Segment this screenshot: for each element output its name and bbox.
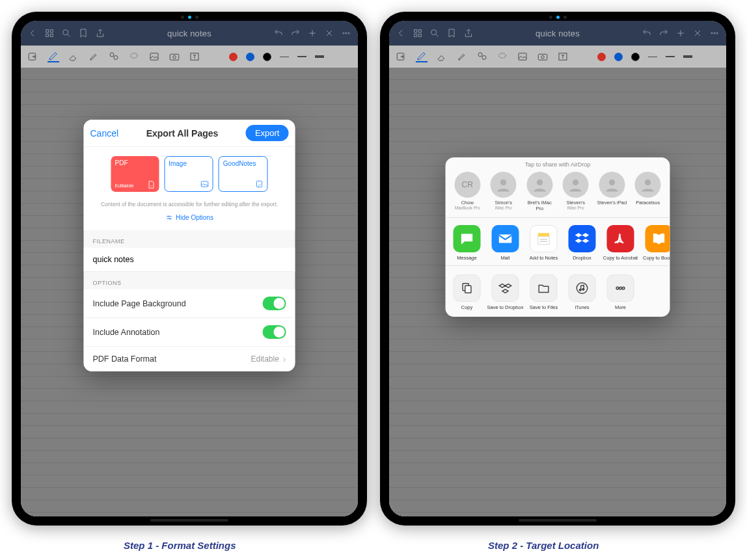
- format-pdf[interactable]: PDF Editable: [111, 156, 159, 192]
- image-icon: [200, 180, 210, 189]
- format-image[interactable]: Image: [164, 156, 213, 192]
- share-action[interactable]: Save to Files: [526, 274, 562, 310]
- svg-rect-16: [202, 181, 209, 187]
- svg-point-49: [616, 287, 619, 289]
- svg-point-18: [167, 216, 169, 217]
- svg-point-38: [573, 180, 578, 185]
- share-action[interactable]: iTunes: [564, 274, 601, 310]
- svg-rect-43: [538, 237, 549, 245]
- airdrop-caption: Tap to share with AirDrop: [446, 157, 670, 170]
- hide-options-button[interactable]: Hide Options: [84, 213, 295, 230]
- export-button[interactable]: Export: [246, 125, 289, 141]
- cancel-button[interactable]: Cancel: [90, 128, 119, 139]
- share-action[interactable]: Copy: [449, 274, 485, 310]
- caption-step2: Step 2 - Target Location: [488, 540, 599, 551]
- option-include-annotation: Include Annotation: [84, 318, 295, 347]
- format-goodnotes[interactable]: GoodNotes: [219, 156, 268, 192]
- svg-point-37: [537, 180, 543, 185]
- filename-field[interactable]: [84, 248, 295, 272]
- svg-point-48: [582, 288, 584, 290]
- share-app[interactable]: Copy to Books: [641, 225, 670, 261]
- format-note: Content of the document is accessible fo…: [84, 196, 295, 213]
- toggle-background[interactable]: [263, 297, 286, 310]
- svg-rect-17: [256, 181, 262, 187]
- svg-point-47: [579, 289, 581, 291]
- option-include-background: Include Page Background: [84, 289, 295, 318]
- airdrop-target[interactable]: CRChowMacBook Pro: [451, 172, 483, 211]
- toggle-annotation[interactable]: [263, 325, 286, 339]
- dialog-title: Export All Pages: [146, 128, 219, 139]
- option-pdf-format[interactable]: PDF Data Format Editable ›: [84, 347, 295, 371]
- sliders-icon: [165, 214, 172, 221]
- svg-rect-45: [465, 286, 471, 293]
- airdrop-target[interactable]: Steven's iPad: [595, 172, 628, 211]
- share-action[interactable]: Save to Dropbox: [487, 274, 524, 310]
- options-header: OPTIONS: [84, 272, 295, 289]
- airdrop-target[interactable]: Simon'siMac Pro: [487, 172, 520, 211]
- caption-step1: Step 1 - Format Settings: [124, 540, 236, 551]
- filename-input[interactable]: [93, 255, 286, 264]
- export-dialog: Cancel Export All Pages Export PDF Edita…: [84, 120, 295, 371]
- svg-point-39: [609, 180, 615, 185]
- svg-point-36: [500, 180, 506, 185]
- share-app[interactable]: Add to Notes: [526, 225, 562, 261]
- svg-point-46: [577, 283, 588, 294]
- airdrop-target[interactable]: Steven'siMac Pro: [560, 172, 592, 211]
- pdf-icon: [146, 180, 156, 189]
- svg-point-50: [619, 287, 622, 289]
- share-sheet: Tap to share with AirDrop CRChowMacBook …: [446, 157, 670, 317]
- svg-point-51: [622, 287, 625, 289]
- share-app[interactable]: Message: [449, 225, 485, 261]
- goodnotes-icon: [255, 180, 264, 189]
- share-app[interactable]: Dropbox: [564, 225, 601, 261]
- ipad-step2: quick notes: [380, 12, 735, 526]
- share-app[interactable]: Copy to Acrobat: [603, 225, 639, 261]
- svg-point-19: [169, 218, 170, 219]
- share-app[interactable]: Mail: [487, 225, 524, 261]
- svg-rect-42: [538, 233, 549, 236]
- airdrop-target[interactable]: Paracelsus: [632, 172, 664, 211]
- share-action[interactable]: More: [603, 274, 639, 310]
- airdrop-target[interactable]: Bret's iMac Pro: [523, 172, 556, 211]
- filename-header: FILENAME: [84, 230, 295, 248]
- ipad-step1: quick notes: [12, 12, 367, 526]
- svg-point-40: [645, 180, 651, 185]
- chevron-right-icon: ›: [283, 354, 286, 364]
